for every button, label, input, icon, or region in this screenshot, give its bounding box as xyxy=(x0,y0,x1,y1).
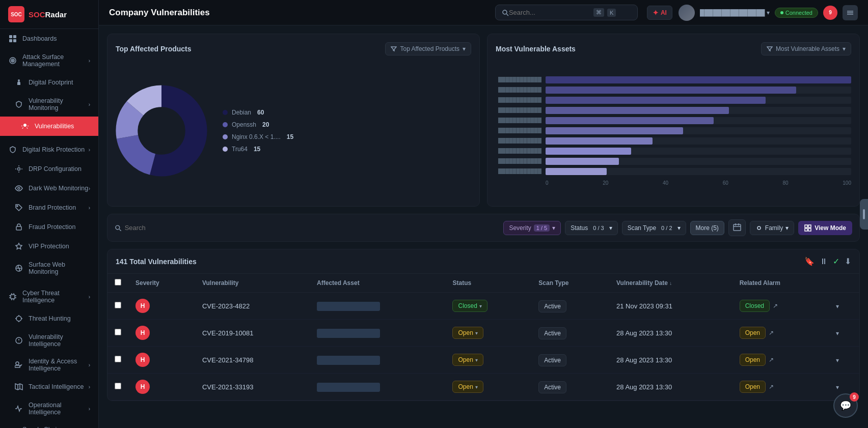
row-checkbox[interactable] xyxy=(115,356,121,362)
bar-row: ████████████ xyxy=(496,168,851,175)
row-expand-icon[interactable]: ▾ xyxy=(836,357,839,364)
sidebar-item-dashboards[interactable]: Dashboards xyxy=(0,29,98,48)
ai-button[interactable]: ✦ AI xyxy=(647,6,672,20)
status-tag[interactable]: Open ▾ xyxy=(452,381,483,393)
sidebar-item-vuln-monitoring[interactable]: Vulnerability Monitoring › xyxy=(0,92,98,117)
legend-item-tru64: Tru64 15 xyxy=(223,146,293,153)
notification-button[interactable]: 9 xyxy=(823,6,837,20)
external-link-icon[interactable]: ↗ xyxy=(769,356,774,363)
expand-cell[interactable]: ▾ xyxy=(829,293,859,320)
alarm-tag[interactable]: Closed xyxy=(740,300,770,312)
status-filter[interactable]: Status 0 / 3 ▾ xyxy=(565,221,617,235)
search-input[interactable] xyxy=(509,9,590,16)
bookmark-icon[interactable]: 🔖 xyxy=(804,256,815,266)
scroll-indicator[interactable] xyxy=(860,199,868,230)
scan-tag: Active xyxy=(538,381,566,393)
table-row[interactable]: H CVE-2019-10081 ███.███.███.███ Open ▾ … xyxy=(107,320,859,347)
alert-circle-icon xyxy=(14,336,23,345)
legend-dot xyxy=(223,134,228,139)
svg-rect-46 xyxy=(805,225,807,227)
external-link-icon[interactable]: ↗ xyxy=(769,383,774,390)
download-icon[interactable]: ⬇ xyxy=(845,256,851,266)
check-icon[interactable]: ✓ xyxy=(833,256,839,266)
sidebar-item-vulnerabilities[interactable]: Vulnerabilities xyxy=(0,117,98,136)
chat-fab[interactable]: 💬 9 xyxy=(833,393,858,418)
alarm-tag[interactable]: Open xyxy=(740,354,766,366)
chevron-right-icon: › xyxy=(89,362,90,368)
settings-icon xyxy=(14,164,23,174)
row-checkbox-cell[interactable] xyxy=(107,347,128,374)
sidebar-item-digital-risk[interactable]: Digital Risk Protection › xyxy=(0,140,98,159)
sidebar-item-brand-protection[interactable]: Brand Protection › xyxy=(0,198,98,217)
bar-track xyxy=(546,117,851,124)
row-checkbox-cell[interactable] xyxy=(107,320,128,347)
family-filter[interactable]: Family ▾ xyxy=(750,221,794,235)
vuln-date-text: 28 Aug 2023 13:30 xyxy=(616,356,672,364)
more-filters-button[interactable]: More (5) xyxy=(690,221,724,235)
sidebar-item-operational-intel[interactable]: Operational Intelligence › xyxy=(0,396,98,421)
bar-filter-button[interactable]: Most Vulnerable Assets ▾ xyxy=(761,42,851,55)
pause-icon[interactable]: ⏸ xyxy=(820,257,828,266)
sidebar-item-vip-protection[interactable]: VIP Protection xyxy=(0,237,98,256)
table-search[interactable] xyxy=(115,224,499,232)
alarm-tag[interactable]: Open xyxy=(740,327,766,339)
chevron-down-icon: › xyxy=(89,102,90,107)
logo-area: SOC SOCRadar xyxy=(0,0,98,29)
sidebar-item-supply-chain[interactable]: Supply Chain Intelligence › xyxy=(0,421,98,428)
row-expand-icon[interactable]: ▾ xyxy=(836,330,839,337)
calendar-button[interactable] xyxy=(728,219,746,236)
scan-type-cell: Active xyxy=(531,374,609,401)
sidebar-item-dark-web[interactable]: Dark Web Monitoring › xyxy=(0,179,98,198)
external-link-icon[interactable]: ↗ xyxy=(773,302,778,309)
status-tag[interactable]: Closed ▾ xyxy=(452,300,487,312)
table-row[interactable]: H CVE-2021-33193 ███.███.███.███ Open ▾ … xyxy=(107,374,859,401)
sidebar-item-vuln-intel[interactable]: Vulnerability Intelligence xyxy=(0,328,98,353)
sidebar-item-threat-hunting[interactable]: Threat Hunting xyxy=(0,309,98,328)
sidebar-item-cyber-threat[interactable]: Cyber Threat Intelligence › xyxy=(0,284,98,309)
table-row[interactable]: H CVE-2023-4822 ███.███.███.███ Closed ▾… xyxy=(107,293,859,320)
page-title: Company Vulnerabilities xyxy=(109,8,210,18)
sidebar-item-attack-surface[interactable]: Attack Surface Management › xyxy=(0,48,98,73)
axis-20: 20 xyxy=(603,180,608,186)
expand-cell[interactable]: ▾ xyxy=(829,347,859,374)
alarm-tag[interactable]: Open xyxy=(740,381,766,393)
donut-filter-button[interactable]: Top Affected Products ▾ xyxy=(385,42,471,55)
status-cell: Open ▾ xyxy=(445,374,531,401)
sidebar-item-fraud-protection[interactable]: Fraud Protection xyxy=(0,217,98,237)
sidebar-item-identity-access[interactable]: Identity & Access Intelligence › xyxy=(0,353,98,377)
row-checkbox[interactable] xyxy=(115,383,121,389)
table-row[interactable]: H CVE-2021-34798 ███.███.███.███ Open ▾ … xyxy=(107,347,859,374)
select-all-header[interactable] xyxy=(107,274,128,293)
sidebar-item-surface-web[interactable]: Surface Web Monitoring xyxy=(0,256,98,280)
svg-marker-22 xyxy=(15,384,22,390)
status-label: Status xyxy=(571,224,588,232)
donut-filter-label: Top Affected Products xyxy=(400,45,459,52)
global-search[interactable]: ⌘ K xyxy=(495,5,638,20)
vuln-date-col-header[interactable]: Vulnerability Date ↓ xyxy=(609,274,733,293)
severity-filter[interactable]: Severity 1 / 5 ▾ xyxy=(503,221,561,235)
row-checkbox-cell[interactable] xyxy=(107,374,128,401)
cve-cell: CVE-2019-10081 xyxy=(195,320,310,347)
external-link-icon[interactable]: ↗ xyxy=(769,329,774,336)
row-expand-icon[interactable]: ▾ xyxy=(836,384,839,391)
sidebar-item-tactical-intel[interactable]: Tactical Intelligence › xyxy=(0,377,98,396)
status-tag[interactable]: Open ▾ xyxy=(452,327,483,339)
row-checkbox[interactable] xyxy=(115,302,121,308)
asset-cell: ███.███.███.███ xyxy=(310,320,445,347)
row-checkbox[interactable] xyxy=(115,329,121,335)
sidebar-item-drp-config[interactable]: DRP Configuration xyxy=(0,159,98,179)
svg-line-40 xyxy=(119,229,121,231)
select-all-checkbox[interactable] xyxy=(115,279,121,286)
sidebar-item-digital-footprint[interactable]: Digital Footprint xyxy=(0,73,98,92)
row-expand-icon[interactable]: ▾ xyxy=(836,303,839,310)
menu-button[interactable] xyxy=(843,5,858,20)
row-checkbox-cell[interactable] xyxy=(107,293,128,320)
view-mode-button[interactable]: View Mode xyxy=(798,221,852,235)
scan-type-filter[interactable]: Scan Type 0 / 2 ▾ xyxy=(622,221,686,235)
user-menu[interactable]: ███████████████ ▾ xyxy=(700,9,770,16)
asset-text: ███.███.███.███ xyxy=(317,329,380,338)
svg-rect-49 xyxy=(808,229,811,231)
expand-cell[interactable]: ▾ xyxy=(829,320,859,347)
status-tag[interactable]: Open ▾ xyxy=(452,354,483,366)
table-search-input[interactable] xyxy=(125,224,500,232)
